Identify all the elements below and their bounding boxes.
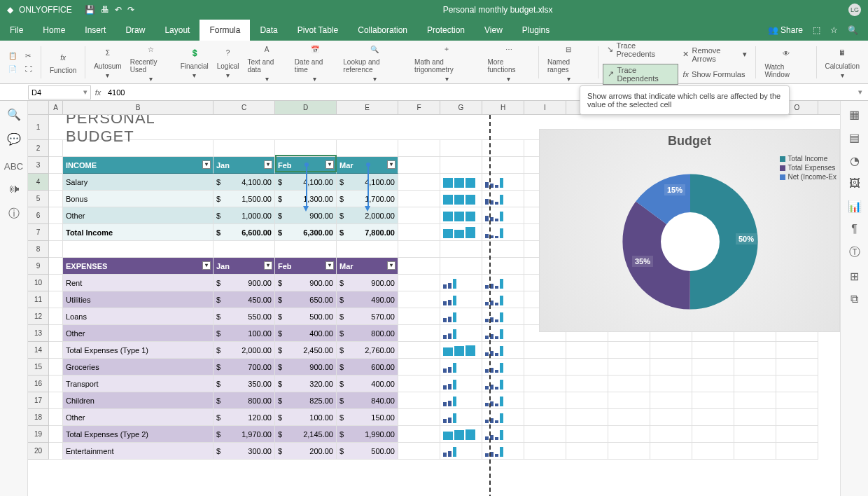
cell-H16[interactable]: [482, 376, 524, 392]
menu-protect[interactable]: Protection: [417, 20, 475, 41]
cell-N20[interactable]: [734, 443, 776, 460]
row-header-5[interactable]: 5: [28, 191, 49, 207]
cell-H20[interactable]: [482, 443, 524, 460]
cell-G16[interactable]: [440, 376, 482, 392]
cell-F12[interactable]: [398, 308, 440, 325]
math-button[interactable]: ＋Math and trigonometry▾: [410, 40, 483, 84]
lookup-button[interactable]: 🔍Lookup and reference▾: [339, 40, 410, 84]
logical-button[interactable]: ?Logical▾: [213, 44, 244, 81]
cell-J18[interactable]: [566, 409, 608, 426]
cell-H17[interactable]: [482, 392, 524, 409]
cell-K20[interactable]: [608, 443, 650, 460]
menu-data[interactable]: Data: [250, 20, 287, 41]
cell-B10[interactable]: Rent: [63, 275, 214, 291]
favorite-icon[interactable]: ☆: [830, 25, 838, 35]
cell-C5[interactable]: $1,500.00: [214, 191, 275, 207]
cell-L14[interactable]: [650, 342, 692, 359]
cell-H7[interactable]: [482, 224, 524, 241]
cell-A5[interactable]: [49, 191, 63, 207]
cell-L19[interactable]: [650, 426, 692, 443]
cut-icon[interactable]: ✂: [21, 50, 36, 61]
cell-M19[interactable]: [692, 426, 734, 443]
chart-settings-icon[interactable]: 📊: [848, 200, 862, 213]
cell-M14[interactable]: [692, 342, 734, 359]
cell-G12[interactable]: [440, 308, 482, 325]
cell-J16[interactable]: [566, 376, 608, 392]
spreadsheet-area[interactable]: ABCDEFGHIJKLMNO 1PERSONAL BUDGET23INCOME…: [28, 101, 840, 496]
cell-J17[interactable]: [566, 392, 608, 409]
cell-H9[interactable]: [482, 258, 524, 275]
select-icon[interactable]: ⛶: [21, 64, 36, 74]
calculation-button[interactable]: 🖩Calculation▾: [821, 44, 864, 81]
cell-A13[interactable]: [49, 325, 63, 342]
cell-F8[interactable]: [398, 241, 440, 258]
cell-C20[interactable]: $300.00: [214, 443, 275, 460]
cell-K17[interactable]: [608, 392, 650, 409]
cell-K19[interactable]: [608, 426, 650, 443]
cell-F16[interactable]: [398, 376, 440, 392]
cell-G2[interactable]: [440, 140, 482, 157]
cell-E14[interactable]: $2,760.00: [337, 342, 398, 359]
cell-D12[interactable]: $500.00: [275, 308, 337, 325]
cell-L16[interactable]: [650, 376, 692, 392]
cell-B3[interactable]: INCOME▾: [63, 157, 214, 174]
cell-J20[interactable]: [566, 443, 608, 460]
cell-E13[interactable]: $800.00: [337, 325, 398, 342]
cell-B6[interactable]: Other: [63, 207, 214, 224]
cell-G7[interactable]: [440, 224, 482, 241]
cell-G18[interactable]: [440, 409, 482, 426]
name-box[interactable]: D4▾: [28, 85, 91, 99]
cell-C15[interactable]: $700.00: [214, 359, 275, 376]
cell-G11[interactable]: [440, 291, 482, 308]
cell-H8[interactable]: [482, 241, 524, 258]
menu-home[interactable]: Home: [33, 20, 75, 41]
cell-A20[interactable]: [49, 443, 63, 460]
cell-A19[interactable]: [49, 426, 63, 443]
cell-B7[interactable]: Total Income: [63, 224, 214, 241]
open-location-icon[interactable]: ⬚: [813, 25, 820, 35]
table-settings-icon[interactable]: ▤: [849, 131, 860, 144]
cell-L18[interactable]: [650, 409, 692, 426]
row-header-2[interactable]: 2: [28, 140, 49, 157]
menu-draw[interactable]: Draw: [115, 20, 155, 41]
cell-B9[interactable]: EXPENSES▾: [63, 258, 214, 275]
cell-B13[interactable]: Other: [63, 325, 214, 342]
cell-B4[interactable]: Salary: [63, 174, 214, 191]
cell-B14[interactable]: Total Expenses (Type 1): [63, 342, 214, 359]
cell-O19[interactable]: [776, 426, 818, 443]
cell-F14[interactable]: [398, 342, 440, 359]
cell-D18[interactable]: $100.00: [275, 409, 337, 426]
cell-F4[interactable]: [398, 174, 440, 191]
cell-E20[interactable]: $500.00: [337, 443, 398, 460]
cell-L20[interactable]: [650, 443, 692, 460]
cell-F5[interactable]: [398, 191, 440, 207]
cell-A17[interactable]: [49, 392, 63, 409]
cell-C11[interactable]: $450.00: [214, 291, 275, 308]
menu-collab[interactable]: Collaboration: [348, 20, 417, 41]
cell-N17[interactable]: [734, 392, 776, 409]
cell-K14[interactable]: [608, 342, 650, 359]
fx-icon[interactable]: fx: [91, 88, 105, 97]
row-header-20[interactable]: 20: [28, 443, 49, 460]
row-header-17[interactable]: 17: [28, 392, 49, 409]
cell-D1[interactable]: [275, 115, 337, 140]
col-header-B[interactable]: B: [63, 101, 214, 114]
cell-D13[interactable]: $400.00: [275, 325, 337, 342]
cell-D10[interactable]: $900.00: [275, 275, 337, 291]
col-header-G[interactable]: G: [440, 101, 482, 114]
col-header-I[interactable]: I: [524, 101, 566, 114]
cell-A3[interactable]: [49, 157, 63, 174]
cell-A9[interactable]: [49, 258, 63, 275]
cell-J14[interactable]: [566, 342, 608, 359]
cell-G5[interactable]: [440, 191, 482, 207]
cell-C16[interactable]: $350.00: [214, 376, 275, 392]
cell-A6[interactable]: [49, 207, 63, 224]
cell-C9[interactable]: Jan▾: [214, 258, 275, 275]
cell-N15[interactable]: [734, 359, 776, 376]
slicer-settings-icon[interactable]: ⧉: [850, 293, 858, 305]
cell-I20[interactable]: [524, 443, 566, 460]
cell-G14[interactable]: [440, 342, 482, 359]
cell-C7[interactable]: $6,600.00: [214, 224, 275, 241]
cell-N14[interactable]: [734, 342, 776, 359]
cell-G9[interactable]: [440, 258, 482, 275]
